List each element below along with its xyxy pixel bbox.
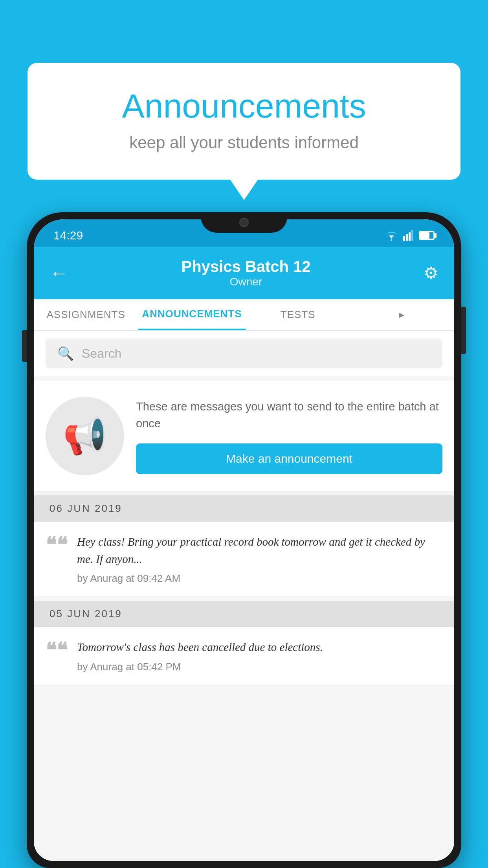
tab-announcements[interactable]: ANNOUNCEMENTS xyxy=(138,299,246,330)
megaphone-icon: 📢 xyxy=(63,416,107,457)
announcement-cta: 📢 These are messages you want to send to… xyxy=(34,381,454,491)
search-bar-container: 🔍 Search xyxy=(34,331,454,376)
announcement-item-2: ❝❝ Tomorrow's class has been cancelled d… xyxy=(34,627,454,685)
announcement-text-2: Tomorrow's class has been cancelled due … xyxy=(77,639,442,656)
megaphone-circle: 📢 xyxy=(46,397,124,475)
date-separator-1: 06 JUN 2019 xyxy=(34,495,454,522)
make-announcement-button[interactable]: Make an announcement xyxy=(136,443,442,474)
wifi-icon xyxy=(384,230,398,241)
app-header: ← Physics Batch 12 Owner ⚙ xyxy=(34,247,454,299)
speech-bubble: Announcements keep all your students inf… xyxy=(28,63,460,180)
battery-icon xyxy=(419,231,435,240)
tab-tests[interactable]: TESTS xyxy=(246,299,350,330)
announcement-item-1: ❝❝ Hey class! Bring your practical recor… xyxy=(34,522,454,597)
svg-rect-2 xyxy=(409,232,411,241)
speech-bubble-subtitle: keep all your students informed xyxy=(59,133,429,152)
announcement-content-1: Hey class! Bring your practical record b… xyxy=(77,533,442,585)
back-button[interactable]: ← xyxy=(50,262,68,284)
quote-icon-1: ❝❝ xyxy=(46,535,68,585)
svg-rect-3 xyxy=(411,230,413,241)
phone-notch xyxy=(201,212,287,233)
svg-rect-0 xyxy=(403,236,405,241)
search-icon: 🔍 xyxy=(57,346,74,361)
announcement-content-2: Tomorrow's class has been cancelled due … xyxy=(77,639,442,673)
announcement-meta-1: by Anurag at 09:42 AM xyxy=(77,572,442,585)
tab-assignments[interactable]: ASSIGNMENTS xyxy=(34,299,138,330)
announcement-meta-2: by Anurag at 05:42 PM xyxy=(77,661,442,673)
settings-icon[interactable]: ⚙ xyxy=(424,263,438,283)
tab-more[interactable]: ▸ xyxy=(350,299,454,330)
content-area: 🔍 Search 📢 These are messages you want t… xyxy=(34,331,454,861)
speech-bubble-container: Announcements keep all your students inf… xyxy=(28,63,460,180)
power-button xyxy=(461,307,466,354)
status-icons xyxy=(384,230,435,241)
status-time: 14:29 xyxy=(53,229,83,242)
svg-rect-1 xyxy=(406,234,408,241)
header-title: Physics Batch 12 xyxy=(181,258,310,276)
phone-screen: 14:29 xyxy=(34,219,454,861)
cta-right: These are messages you want to send to t… xyxy=(136,398,442,474)
speech-bubble-title: Announcements xyxy=(59,86,429,125)
phone-camera xyxy=(239,218,249,227)
tabs-bar: ASSIGNMENTS ANNOUNCEMENTS TESTS ▸ xyxy=(34,299,454,331)
phone-frame: 14:29 xyxy=(27,212,461,868)
quote-icon-2: ❝❝ xyxy=(46,640,68,673)
search-placeholder: Search xyxy=(82,346,121,361)
announcement-text-1: Hey class! Bring your practical record b… xyxy=(77,533,442,568)
volume-button xyxy=(22,330,27,362)
date-separator-2: 05 JUN 2019 xyxy=(34,601,454,627)
header-subtitle: Owner xyxy=(181,276,310,288)
cta-description: These are messages you want to send to t… xyxy=(136,398,442,432)
signal-icon xyxy=(403,230,414,241)
search-bar[interactable]: 🔍 Search xyxy=(46,338,442,368)
phone-container: 14:29 xyxy=(27,212,461,868)
header-center: Physics Batch 12 Owner xyxy=(181,258,310,288)
